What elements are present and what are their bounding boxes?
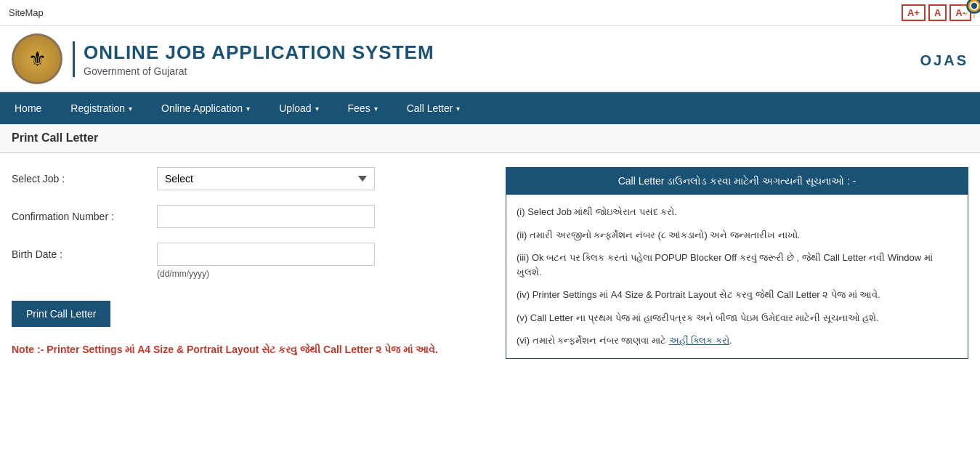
note-text: Note :- Printer Settings માં A4 Size & P… [12,341,491,357]
nav-call-letter[interactable]: Call Letter ▾ [392,92,475,124]
info-panel-body: (i) Select Job માંથી જોઇએરાત પસંદ કરો. (… [506,195,968,358]
sitemap-link[interactable]: SiteMap [9,7,44,18]
birth-date-label: Birth Date : [12,243,157,260]
info-item-2: (ii) તમારી અરજીનો કન્ફર્મેશન નંબર (૮ આંક… [517,228,957,243]
confirmation-number-row: Confirmation Number : [12,205,491,228]
chevron-down-icon: ▾ [129,105,132,113]
confirmation-number-label: Confirmation Number : [12,205,157,222]
header: ⚜ ONLINE JOB APPLICATION SYSTEM Governme… [0,26,980,92]
info-item-3: (iii) Ok બટન પર ક્લિક કરતાં પહેલા POPUP … [517,251,957,279]
svg-line-9 [965,13,968,16]
header-subtitle: Government of Gujarat [84,65,434,77]
navigation: Home Registration ▾ Online Application ▾… [0,92,980,124]
info-item-6: (vi) તમારો કન્ફર્મેશન નંબર જાણવા માટે અહ… [517,333,957,348]
nav-online-application[interactable]: Online Application ▾ [147,92,264,124]
confirmation-number-input-area [157,205,491,228]
info-item-1: (i) Select Job માંથી જોઇએરાત પસંદ કરો. [517,205,957,219]
chevron-down-icon: ▾ [246,105,250,113]
birth-date-row: Birth Date : (dd/mm/yyyy) [12,243,491,279]
ojas-sun-icon [961,0,980,19]
birth-date-input-area: (dd/mm/yyyy) [157,243,491,279]
select-job-label: Select Job : [12,167,157,185]
chevron-down-icon: ▾ [374,105,378,113]
nav-home[interactable]: Home [0,92,56,124]
info-item-5: (v) Call Letter ના પ્રથમ પેજ માં હાજરીપત… [517,311,957,325]
header-title: ONLINE JOB APPLICATION SYSTEM [84,41,434,64]
confirmation-link[interactable]: અહીં ક્લિક કરો [669,335,729,346]
emblem-inner: ⚜ [14,36,60,82]
font-normal-button[interactable]: A [928,4,947,21]
page-title-bar: Print Call Letter [0,124,980,153]
emblem-logo: ⚜ [12,33,62,84]
select-job-input-area: Select [157,167,491,190]
nav-registration[interactable]: Registration ▾ [56,92,147,124]
chevron-down-icon: ▾ [456,105,460,113]
info-item-4: (iv) Printer Settings માં A4 Size & Port… [517,288,957,302]
page-title: Print Call Letter [12,131,98,144]
font-increase-button[interactable]: A+ [902,4,926,21]
top-bar: SiteMap A+ A A- [0,0,980,26]
svg-point-11 [971,3,977,9]
info-panel: Call Letter ડાઉનલોડ કરવા માટેની અગત્યની … [506,167,968,359]
ojas-text: OJAS [920,52,968,69]
info-panel-header: Call Letter ડાઉનલોડ કરવા માટેની અગત્યની … [506,168,968,195]
select-job-row: Select Job : Select [12,167,491,190]
form-section: Select Job : Select Confirmation Number … [12,167,491,359]
ojas-logo: OJAS [920,49,968,69]
select-job-dropdown[interactable]: Select [157,167,375,190]
chevron-down-icon: ▾ [315,105,319,113]
header-title-block: ONLINE JOB APPLICATION SYSTEM Government… [73,41,434,77]
nav-upload[interactable]: Upload ▾ [264,92,333,124]
birth-date-input[interactable] [157,243,375,266]
header-left: ⚜ ONLINE JOB APPLICATION SYSTEM Governme… [12,33,434,84]
main-content: Select Job : Select Confirmation Number … [0,153,980,373]
date-hint: (dd/mm/yyyy) [157,269,491,279]
nav-fees[interactable]: Fees ▾ [333,92,392,124]
print-call-letter-button[interactable]: Print Call Letter [12,301,110,327]
confirmation-number-input[interactable] [157,205,375,228]
